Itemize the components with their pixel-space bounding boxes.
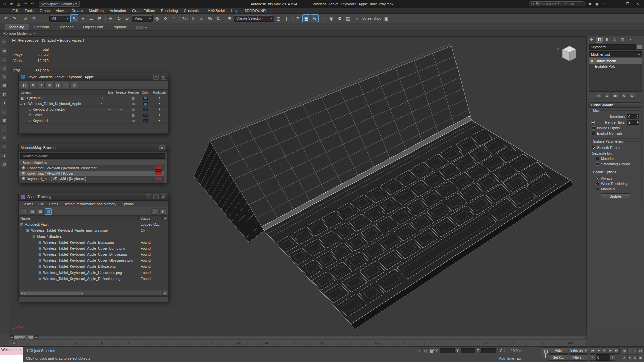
- viewcube[interactable]: ⌂: [557, 45, 581, 65]
- viewcube-cube[interactable]: [561, 45, 577, 63]
- scrollbar-thumb[interactable]: [24, 292, 83, 295]
- screenshot-icon[interactable]: ▣: [382, 14, 390, 22]
- schematic-view-icon[interactable]: ◇: [319, 14, 327, 22]
- close-icon[interactable]: ✕: [161, 75, 166, 80]
- ribbon-tab[interactable]: Freeform: [30, 24, 54, 30]
- scroll-left-icon[interactable]: ◀: [20, 291, 24, 295]
- color-cell[interactable]: [140, 102, 151, 105]
- dock-dome-icon[interactable]: ◒: [1, 126, 8, 132]
- modifier-bulb-icon[interactable]: [591, 60, 593, 62]
- z-coordinate-field[interactable]: [481, 348, 496, 353]
- time-slider[interactable]: ◀ 0 / 100 ▶: [9, 335, 586, 340]
- select-and-move-icon[interactable]: ✛: [107, 14, 115, 22]
- remove-modifier-icon[interactable]: ✕: [620, 93, 628, 99]
- edit-named-sets-icon[interactable]: ⊞: [225, 14, 233, 22]
- ribbon-tab[interactable]: Populate: [108, 24, 131, 30]
- hide-cell[interactable]: —: [104, 96, 115, 100]
- material-browser-titlebar[interactable]: Material/Map Browser ✕: [19, 144, 167, 152]
- turbosmooth-rollout-header[interactable]: TurboSmooth −: [588, 102, 642, 108]
- dock-rect-icon[interactable]: ▭: [1, 48, 8, 54]
- menu-item[interactable]: Customize: [181, 8, 205, 14]
- zoom-all-icon[interactable]: ⊞: [627, 347, 632, 354]
- select-and-scale-icon[interactable]: ▱: [123, 14, 131, 22]
- always-radio[interactable]: [596, 177, 599, 180]
- selection-lock-icon[interactable]: [429, 348, 434, 353]
- layer-dialog-titlebar[interactable]: Layer: Wireless_Tablet_Keyboard_Apple ? …: [19, 73, 168, 81]
- graphite-ribbon-icon[interactable]: ▦: [302, 14, 310, 22]
- zoom-extents-icon[interactable]: ⊡: [633, 347, 638, 354]
- modifier-list-dropdown[interactable]: Modifier List: [589, 51, 642, 57]
- dock-sphere-icon[interactable]: ●: [1, 152, 8, 159]
- spinner-snap-icon[interactable]: ⇅: [214, 14, 222, 22]
- freeze-cell[interactable]: —: [115, 108, 127, 111]
- dock-cross-icon[interactable]: ✚: [1, 100, 8, 106]
- select-and-manipulate-icon[interactable]: ✜: [161, 14, 169, 22]
- update-button[interactable]: Update: [601, 193, 630, 199]
- asset-help-icon[interactable]: ?: [151, 208, 158, 215]
- asset-row[interactable]: ◫ Autodesk Vault Logged O...: [19, 221, 168, 227]
- menu-item[interactable]: Rendering: [158, 8, 181, 14]
- thumbnail-view-icon[interactable]: ▦: [37, 208, 44, 215]
- hide-cell[interactable]: —: [104, 102, 115, 105]
- status-log-icon[interactable]: ▤: [29, 208, 36, 215]
- asset-menu-item[interactable]: File: [36, 202, 46, 206]
- manually-radio[interactable]: [596, 187, 599, 191]
- open-file-icon[interactable]: ▱: [8, 1, 14, 7]
- layer-row[interactable]: □ Keyboard — — ◍ ✦: [19, 118, 168, 124]
- dock-circle-icon[interactable]: ○: [1, 56, 8, 63]
- freeze-cell[interactable]: —: [115, 113, 127, 117]
- snap-toggle-25-icon[interactable]: 2.5: [181, 14, 189, 22]
- select-layer-objects-icon[interactable]: ▣: [46, 82, 53, 88]
- key-mode-toggle-icon[interactable]: K: [590, 354, 595, 361]
- menu-item[interactable]: Create: [68, 8, 86, 14]
- ribbon-tab[interactable]: Object Paint: [79, 24, 108, 30]
- zoom-extents-all-icon[interactable]: ⊠: [638, 347, 643, 354]
- curve-editor-icon[interactable]: ∿: [311, 14, 319, 22]
- asset-row[interactable]: ▦ Wireless_Tablet_Keyboard_Apple_Bump.pn…: [19, 239, 168, 245]
- mirror-icon[interactable]: ◫: [274, 14, 282, 22]
- previous-frame-button[interactable]: ◀: [596, 347, 601, 354]
- menu-item[interactable]: MAXScript: [205, 8, 228, 14]
- asset-horizontal-scrollbar[interactable]: ◀ ▶: [19, 291, 167, 296]
- current-layer-indicator[interactable]: □: [101, 96, 103, 100]
- save-file-icon[interactable]: ◫: [15, 1, 21, 7]
- explicit-normals-checkbox[interactable]: [592, 132, 595, 135]
- close-button[interactable]: ✕: [633, 1, 643, 7]
- layer-row[interactable]: □ Keyboard_connector — — ◍ ✦: [19, 107, 168, 112]
- ribbon-minimize-icon[interactable]: [145, 27, 147, 28]
- dock-grid-icon[interactable]: ▣: [1, 117, 8, 124]
- delete-layer-icon[interactable]: ✕: [29, 82, 36, 88]
- table-view-icon[interactable]: ▥: [45, 208, 52, 215]
- smoothing-groups-checkbox[interactable]: [596, 162, 599, 166]
- redo-quick-icon[interactable]: ↷: [30, 1, 36, 7]
- dock-star-icon[interactable]: ✦: [1, 135, 8, 141]
- ribbon-config-icon[interactable]: [136, 26, 143, 29]
- asset-menu-item[interactable]: Bitmap Performance and Memory: [61, 202, 119, 206]
- window-crossing-icon[interactable]: ⊟: [96, 14, 104, 22]
- asset-row[interactable]: ▦ Wireless_Tablet_Keyboard_Apple_Cover_D…: [19, 251, 168, 257]
- bind-to-spacewarp-icon[interactable]: ≈: [38, 14, 46, 22]
- color-cell[interactable]: [140, 119, 151, 122]
- select-by-name-icon[interactable]: ≡: [79, 14, 87, 22]
- auto-key-button[interactable]: Auto: [549, 347, 568, 354]
- object-color-swatch[interactable]: [637, 45, 642, 50]
- asset-menu-item[interactable]: Server: [20, 202, 35, 206]
- ribbon-tab[interactable]: Modeling: [5, 24, 29, 30]
- freeze-cell[interactable]: —: [115, 102, 127, 105]
- expand-icon[interactable]: ⊟: [20, 102, 22, 105]
- layer-row[interactable]: ⊟ ◧ Wireless_Tablet_Keyboard_Apple ✓ — —…: [19, 101, 168, 107]
- material-row[interactable]: cover_mat ( VRayMtl ) [Cover]: [19, 171, 167, 176]
- asset-tracking-titlebar[interactable]: Asset Tracking ─ □ ✕: [19, 193, 168, 201]
- vault-operations-icon[interactable]: ◫: [21, 208, 28, 215]
- time-slider-handle[interactable]: 0 / 100: [14, 335, 34, 339]
- current-frame-field[interactable]: 0: [596, 354, 609, 361]
- reference-coordinate-dropdown[interactable]: View: [132, 15, 153, 22]
- motion-tab-icon[interactable]: ◎: [611, 37, 618, 43]
- go-to-end-button[interactable]: ▶|: [614, 347, 620, 354]
- render-cell[interactable]: ◍: [127, 96, 140, 100]
- zoom-icon[interactable]: ⊕: [622, 347, 627, 354]
- freeze-layers-icon[interactable]: ◍: [71, 82, 78, 88]
- close-icon[interactable]: ✕: [161, 194, 166, 199]
- configure-modifier-sets-icon[interactable]: ⚙: [629, 93, 636, 99]
- add-to-layer-icon[interactable]: ✚: [38, 82, 45, 88]
